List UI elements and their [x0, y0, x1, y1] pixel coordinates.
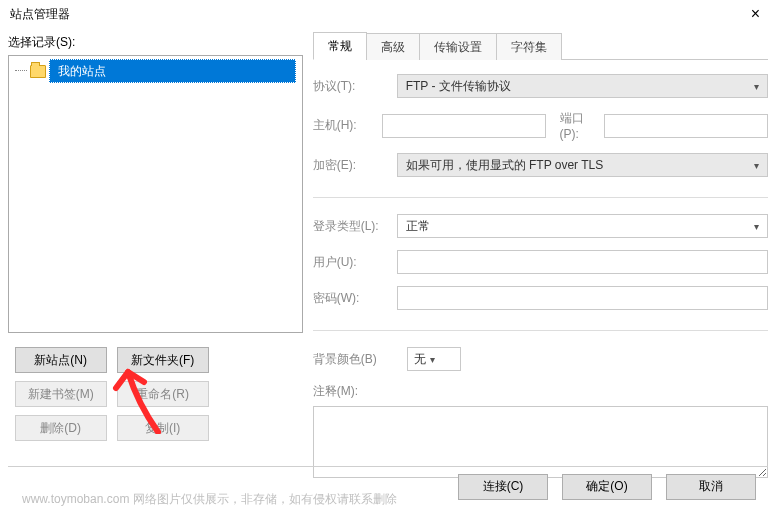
- connect-button[interactable]: 连接(C): [458, 474, 548, 500]
- tab-general[interactable]: 常规: [313, 32, 367, 60]
- folder-icon: [30, 65, 46, 78]
- host-input[interactable]: [382, 114, 546, 138]
- tab-transfer[interactable]: 传输设置: [419, 33, 497, 60]
- ok-button[interactable]: 确定(O): [562, 474, 652, 500]
- port-label: 端口(P):: [560, 110, 594, 141]
- left-panel: 选择记录(S): 我的站点 新站点(N) 新文件夹(F) 新建书签(M) 重命名…: [8, 34, 303, 462]
- password-input[interactable]: [397, 286, 768, 310]
- bgcolor-label: 背景颜色(B): [313, 351, 397, 368]
- protocol-label: 协议(T):: [313, 78, 387, 95]
- right-panel: 常规 高级 传输设置 字符集 协议(T): FTP - 文件传输协议 ▾ 主机(…: [313, 34, 768, 462]
- encryption-label: 加密(E):: [313, 157, 387, 174]
- window-title: 站点管理器: [10, 6, 70, 23]
- host-label: 主机(H):: [313, 117, 372, 134]
- bgcolor-select[interactable]: 无 ▾: [407, 347, 461, 371]
- chevron-down-icon: ▾: [754, 81, 759, 92]
- cancel-button[interactable]: 取消: [666, 474, 756, 500]
- password-label: 密码(W):: [313, 290, 387, 307]
- separator: [313, 330, 768, 331]
- protocol-select[interactable]: FTP - 文件传输协议 ▾: [397, 74, 768, 98]
- logon-type-value: 正常: [406, 218, 430, 235]
- user-input[interactable]: [397, 250, 768, 274]
- bgcolor-value: 无: [414, 351, 426, 368]
- bottom-bar: 连接(C) 确定(O) 取消: [8, 466, 768, 506]
- select-record-label: 选择记录(S):: [8, 34, 303, 51]
- site-tree[interactable]: 我的站点: [8, 55, 303, 333]
- logon-type-select[interactable]: 正常 ▾: [397, 214, 768, 238]
- chevron-down-icon: ▾: [754, 160, 759, 171]
- title-bar: 站点管理器 ×: [0, 0, 776, 28]
- logon-type-label: 登录类型(L):: [313, 218, 387, 235]
- new-site-button[interactable]: 新站点(N): [15, 347, 107, 373]
- user-label: 用户(U):: [313, 254, 387, 271]
- copy-button: 复制(I): [117, 415, 209, 441]
- tab-advanced[interactable]: 高级: [366, 33, 420, 60]
- tab-charset[interactable]: 字符集: [496, 33, 562, 60]
- general-form: 协议(T): FTP - 文件传输协议 ▾ 主机(H): 端口(P): 加密(E…: [313, 60, 768, 478]
- tab-strip: 常规 高级 传输设置 字符集: [313, 34, 768, 60]
- tree-node-label[interactable]: 我的站点: [49, 59, 296, 83]
- new-bookmark-button: 新建书签(M): [15, 381, 107, 407]
- separator: [313, 197, 768, 198]
- port-input[interactable]: [604, 114, 768, 138]
- protocol-value: FTP - 文件传输协议: [406, 78, 511, 95]
- delete-button: 删除(D): [15, 415, 107, 441]
- encryption-value: 如果可用，使用显式的 FTP over TLS: [406, 157, 604, 174]
- encryption-select[interactable]: 如果可用，使用显式的 FTP over TLS ▾: [397, 153, 768, 177]
- tree-connector-icon: [15, 62, 27, 71]
- chevron-down-icon: ▾: [430, 354, 435, 365]
- tree-root-node[interactable]: 我的站点: [15, 62, 296, 80]
- new-folder-button[interactable]: 新文件夹(F): [117, 347, 209, 373]
- close-icon[interactable]: ×: [745, 6, 766, 22]
- rename-button: 重命名(R): [117, 381, 209, 407]
- notes-label: 注释(M):: [313, 383, 387, 400]
- chevron-down-icon: ▾: [754, 221, 759, 232]
